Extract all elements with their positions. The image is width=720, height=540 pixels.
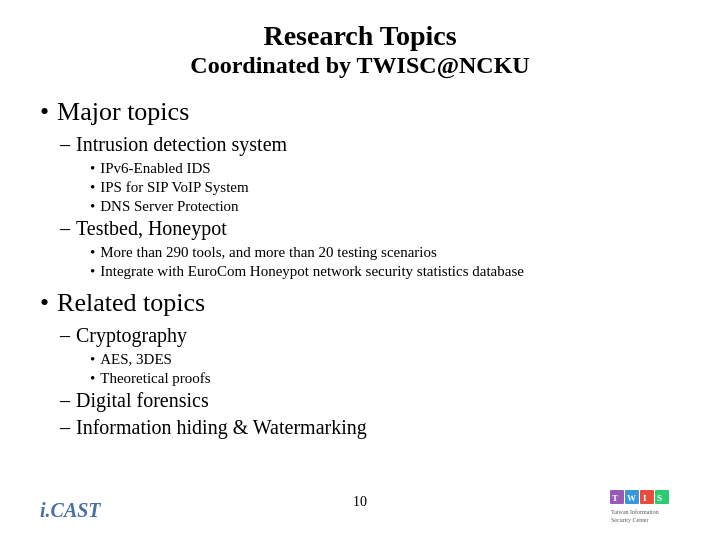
bullet-integrate: • Integrate with EuroCom Honeypot networ… bbox=[90, 263, 680, 280]
bullet-dot-related: • bbox=[40, 288, 49, 318]
page-number: 10 bbox=[353, 494, 367, 510]
ipv6-text: IPv6-Enabled IDS bbox=[100, 160, 210, 177]
related-topics-header: • Related topics bbox=[40, 288, 680, 318]
bullet-theoretical: • Theoretical proofs bbox=[90, 370, 680, 387]
bullet-dot-major: • bbox=[40, 97, 49, 127]
major-topics-header: • Major topics bbox=[40, 97, 680, 127]
title-block: Research Topics Coordinated by TWISC@NCK… bbox=[40, 20, 680, 79]
svg-text:I: I bbox=[643, 493, 647, 503]
dash-2: – bbox=[60, 217, 70, 240]
intrusion-subheader: – Intrusion detection system bbox=[60, 133, 680, 156]
related-topics-label: Related topics bbox=[57, 288, 205, 318]
dash-1: – bbox=[60, 133, 70, 156]
dot-7: • bbox=[90, 370, 95, 387]
bullet-ipv6: • IPv6-Enabled IDS bbox=[90, 160, 680, 177]
infohiding-label: Information hiding & Watermarking bbox=[76, 416, 367, 439]
bullet-dns: • DNS Server Protection bbox=[90, 198, 680, 215]
dot-6: • bbox=[90, 351, 95, 368]
dot-3: • bbox=[90, 198, 95, 215]
dot-2: • bbox=[90, 179, 95, 196]
forensics-label: Digital forensics bbox=[76, 389, 209, 412]
intrusion-label: Intrusion detection system bbox=[76, 133, 287, 156]
ips-text: IPS for SIP VoIP System bbox=[100, 179, 248, 196]
dot-5: • bbox=[90, 263, 95, 280]
dns-text: DNS Server Protection bbox=[100, 198, 238, 215]
title-line1: Research Topics bbox=[40, 20, 680, 52]
bullet-tools: • More than 290 tools, and more than 20 … bbox=[90, 244, 680, 261]
testbed-subheader: – Testbed, Honeypot bbox=[60, 217, 680, 240]
integrate-text: Integrate with EuroCom Honeypot network … bbox=[100, 263, 524, 280]
related-topics-section: • Related topics – Cryptography • AES, 3… bbox=[40, 288, 680, 439]
slide: Research Topics Coordinated by TWISC@NCK… bbox=[0, 0, 720, 540]
twisc-logo: T W I S Taiwan Information Security Cent… bbox=[610, 488, 680, 526]
aes-text: AES, 3DES bbox=[100, 351, 172, 368]
testbed-label: Testbed, Honeypot bbox=[76, 217, 227, 240]
forensics-subheader: – Digital forensics bbox=[60, 389, 680, 412]
title-line2: Coordinated by TWISC@NCKU bbox=[40, 52, 680, 79]
svg-text:Taiwan Information: Taiwan Information bbox=[611, 509, 659, 515]
svg-text:Security Center: Security Center bbox=[611, 517, 649, 523]
bullet-ips: • IPS for SIP VoIP System bbox=[90, 179, 680, 196]
bullet-aes: • AES, 3DES bbox=[90, 351, 680, 368]
major-topics-label: Major topics bbox=[57, 97, 189, 127]
crypto-label: Cryptography bbox=[76, 324, 187, 347]
dot-1: • bbox=[90, 160, 95, 177]
infohiding-subheader: – Information hiding & Watermarking bbox=[60, 416, 680, 439]
dash-3: – bbox=[60, 324, 70, 347]
svg-text:S: S bbox=[657, 493, 662, 503]
svg-text:W: W bbox=[627, 493, 636, 503]
theoretical-text: Theoretical proofs bbox=[100, 370, 210, 387]
svg-text:T: T bbox=[612, 493, 618, 503]
icast-label: i.CAST bbox=[40, 499, 101, 522]
dash-4: – bbox=[60, 389, 70, 412]
crypto-subheader: – Cryptography bbox=[60, 324, 680, 347]
dot-4: • bbox=[90, 244, 95, 261]
tools-text: More than 290 tools, and more than 20 te… bbox=[100, 244, 437, 261]
dash-5: – bbox=[60, 416, 70, 439]
logo-area: T W I S Taiwan Information Security Cent… bbox=[610, 488, 680, 528]
